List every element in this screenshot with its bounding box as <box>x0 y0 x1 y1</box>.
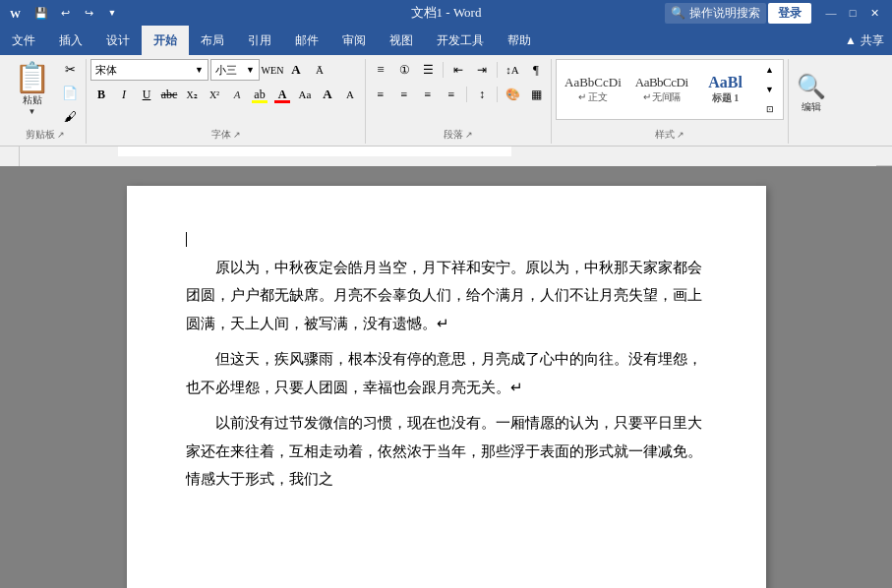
tab-design[interactable]: 设计 <box>94 26 142 55</box>
subscript-button[interactable]: X₂ <box>181 84 203 105</box>
bullet-list-button[interactable]: ≡ <box>370 59 391 81</box>
font-expand-icon[interactable]: ↗ <box>233 130 241 140</box>
copy-button[interactable]: 📄 <box>58 83 82 104</box>
minimize-button[interactable]: — <box>821 3 841 23</box>
paste-button[interactable]: 📋 粘贴 ▼ <box>8 59 56 120</box>
tab-references[interactable]: 引用 <box>236 26 283 55</box>
tab-insert[interactable]: 插入 <box>47 26 94 55</box>
word-app-icon: W <box>8 5 24 21</box>
quick-access-dropdown[interactable]: ▼ <box>102 3 122 23</box>
justify-button[interactable]: ≡ <box>441 84 462 105</box>
tab-layout[interactable]: 布局 <box>189 26 236 55</box>
ribbon-content: 📋 粘贴 ▼ ✂ 📄 🖌 剪贴板 ↗ 宋体 ▼ <box>0 55 892 147</box>
tab-review[interactable]: 审阅 <box>330 26 378 55</box>
paragraph-3[interactable]: 以前没有过节发微信的习惯，现在也没有。一厢情愿的认为，只要平日里大家还在来往着，… <box>186 409 707 494</box>
style-no-spacing-preview: AaBbCcDi <box>635 75 688 90</box>
style-normal-label: ↵ 正文 <box>565 90 622 104</box>
operations-search[interactable]: 🔍 操作说明搜索 <box>665 3 766 24</box>
font-row-1: 宋体 ▼ 小三 ▼ WEN A Ā <box>90 59 330 81</box>
font-name-select[interactable]: 宋体 ▼ <box>90 59 208 81</box>
paste-dropdown-icon: ▼ <box>29 107 36 116</box>
style-h1[interactable]: AaBl 标题 1 <box>696 70 755 109</box>
paste-label: 粘贴 <box>23 93 42 107</box>
styles-expand-icon[interactable]: ↗ <box>677 130 684 140</box>
paragraph-1[interactable]: 原以为，中秋夜定会皓月当空，月下祥和安宁。原以为，中秋那天家家都会团圆，户户都无… <box>186 254 707 338</box>
clipboard-small-buttons: ✂ 📄 🖌 <box>58 59 82 128</box>
styles-gallery: AaBbCcDi ↵ 正文 AaBbCcDi ↵ 无间隔 AaBl 标题 1 ▲… <box>556 59 784 120</box>
document-area[interactable]: 原以为，中秋夜定会皓月当空，月下祥和安宁。原以为，中秋那天家家都会团圆，户户都无… <box>0 166 892 588</box>
paragraph-label: 段落 ↗ <box>366 128 551 142</box>
tab-view[interactable]: 视图 <box>378 26 425 55</box>
tab-mailings[interactable]: 邮件 <box>283 26 330 55</box>
tab-home[interactable]: 开始 <box>142 26 189 55</box>
paragraph-expand-icon[interactable]: ↗ <box>465 130 473 140</box>
styles-scroll-down[interactable]: ▼ <box>759 80 781 99</box>
bold-button[interactable]: B <box>90 84 112 105</box>
align-left-button[interactable]: ≡ <box>370 84 391 105</box>
multilevel-list-button[interactable]: ☰ <box>417 59 439 81</box>
underline-button[interactable]: U <box>136 84 157 105</box>
cut-button[interactable]: ✂ <box>58 59 82 81</box>
clipboard-label: 剪贴板 ↗ <box>4 128 86 142</box>
sort-button[interactable]: ↕A <box>502 59 523 81</box>
style-no-spacing[interactable]: AaBbCcDi ↵ 无间隔 <box>629 71 694 108</box>
change-case-button[interactable]: Aa <box>294 84 316 105</box>
paragraph-2[interactable]: 但这天，疾风骤雨，根本没有停的意思，月亮成了心中的向往。没有埋怨，也不必埋怨，只… <box>186 345 707 401</box>
style-normal[interactable]: AaBbCcDi ↵ 正文 <box>559 71 627 108</box>
tab-file[interactable]: 文件 <box>0 26 47 55</box>
undo-button[interactable]: ↩ <box>55 3 75 23</box>
italic-button[interactable]: I <box>113 84 135 105</box>
show-hide-button[interactable]: ¶ <box>525 59 547 81</box>
clipboard-group: 📋 粘贴 ▼ ✂ 📄 🖌 剪贴板 ↗ <box>4 59 87 144</box>
highlight-button[interactable]: ab <box>249 84 270 105</box>
share-button[interactable]: ▲ 共享 <box>837 26 892 55</box>
share-label: 共享 <box>861 32 884 49</box>
number-list-button[interactable]: ① <box>393 59 415 81</box>
clipboard-expand-icon[interactable]: ↗ <box>57 130 65 140</box>
font-size-extra-btn[interactable]: WEN <box>262 59 283 81</box>
search-icon: 🔍 <box>671 6 685 21</box>
font-grow-button[interactable]: A <box>285 59 307 81</box>
borders-button[interactable]: ▦ <box>525 84 547 105</box>
style-h1-label: 标题 1 <box>702 91 749 105</box>
align-center-button[interactable]: ≡ <box>393 84 415 105</box>
find-replace-button[interactable]: 🔍 编辑 <box>797 73 826 114</box>
para-row-1: ≡ ① ☰ ⇤ ⇥ ↕A ¶ <box>370 59 547 81</box>
clear-format-button[interactable]: Ā <box>309 59 330 81</box>
styles-label: 样式 ↗ <box>552 128 788 142</box>
login-button[interactable]: 登录 <box>768 3 811 24</box>
save-button[interactable]: 💾 <box>31 3 51 23</box>
superscript-button[interactable]: X² <box>204 84 225 105</box>
maximize-button[interactable]: □ <box>843 3 862 23</box>
svg-rect-3 <box>118 147 511 156</box>
align-right-button[interactable]: ≡ <box>417 84 439 105</box>
format-painter-button[interactable]: 🖌 <box>58 106 82 128</box>
editing-group: 🔍 编辑 <box>789 59 834 144</box>
increase-indent-button[interactable]: ⇥ <box>471 59 493 81</box>
font-color-button[interactable]: A <box>271 84 293 105</box>
font-grow2-button[interactable]: A <box>317 84 338 105</box>
shading-button[interactable]: 🎨 <box>502 84 523 105</box>
font-label: 字体 ↗ <box>87 128 365 142</box>
close-button[interactable]: ✕ <box>864 3 884 23</box>
window-title: 文档1 - Word <box>411 4 482 22</box>
font-size-select[interactable]: 小三 ▼ <box>210 59 260 81</box>
styles-scroll-up[interactable]: ▲ <box>759 60 781 80</box>
document-page[interactable]: 原以为，中秋夜定会皓月当空，月下祥和安宁。原以为，中秋那天家家都会团圆，户户都无… <box>127 186 766 588</box>
styles-gallery-expand[interactable]: ⊡ <box>759 99 781 119</box>
font-size-value: 小三 <box>215 63 237 78</box>
tab-help[interactable]: 帮助 <box>496 26 543 55</box>
font-name-dropdown-icon: ▼ <box>195 65 204 75</box>
svg-text:W: W <box>10 8 21 20</box>
redo-button[interactable]: ↪ <box>79 3 98 23</box>
decrease-indent-button[interactable]: ⇤ <box>447 59 469 81</box>
text-effect-button[interactable]: A <box>226 84 248 105</box>
line-spacing-button[interactable]: ↕ <box>471 84 493 105</box>
horizontal-ruler <box>20 147 876 166</box>
font-size-dropdown-icon: ▼ <box>246 65 255 75</box>
tab-developer[interactable]: 开发工具 <box>425 26 496 55</box>
share-icon: ▲ <box>845 33 857 48</box>
font-shrink-button[interactable]: A <box>339 84 361 105</box>
strikethrough-button[interactable]: abc <box>158 84 180 105</box>
editing-group-content: 🔍 编辑 <box>797 59 826 144</box>
